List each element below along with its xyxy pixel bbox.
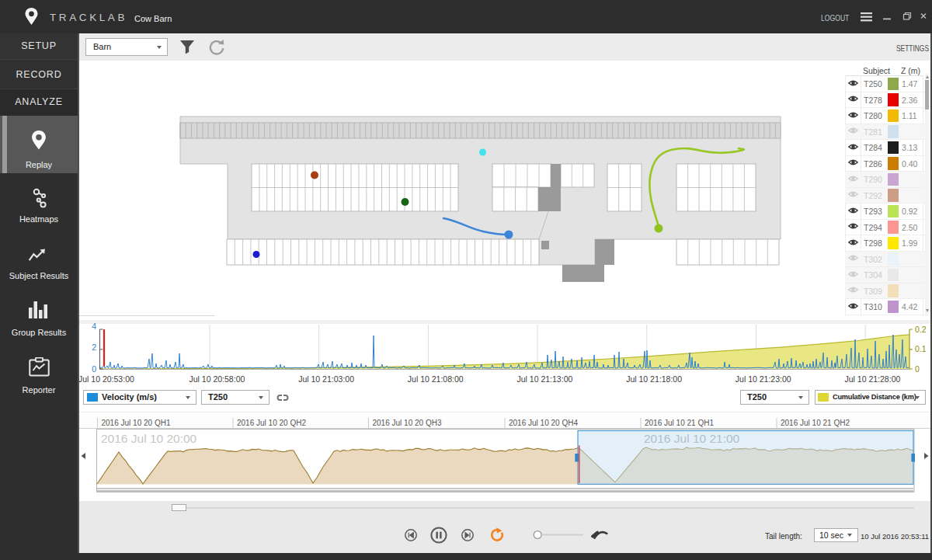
svg-text:0: 0 [915, 364, 920, 374]
svg-text:2016 Jul 10 21:00: 2016 Jul 10 21:00 [644, 432, 740, 445]
svg-text:2016 Jul 10 20 QH4: 2016 Jul 10 20 QH4 [509, 419, 578, 427]
svg-text:2: 2 [92, 343, 96, 352]
svg-text:0: 0 [92, 364, 96, 374]
svg-text:2016 Jul 10 20 QH3: 2016 Jul 10 20 QH3 [373, 419, 442, 427]
svg-text:4: 4 [92, 322, 96, 331]
svg-text:0.1: 0.1 [915, 344, 927, 353]
svg-text:2016 Jul 10 20 QH1: 2016 Jul 10 20 QH1 [102, 419, 171, 427]
svg-text:0.2: 0.2 [915, 325, 927, 334]
svg-text:2016 Jul 10 21 QH2: 2016 Jul 10 21 QH2 [781, 419, 850, 427]
svg-text:2016 Jul 10 21 QH1: 2016 Jul 10 21 QH1 [645, 419, 714, 427]
svg-text:2016 Jul 10 20 QH2: 2016 Jul 10 20 QH2 [237, 419, 306, 427]
svg-text:2016 Jul 10 20:00: 2016 Jul 10 20:00 [101, 432, 197, 445]
